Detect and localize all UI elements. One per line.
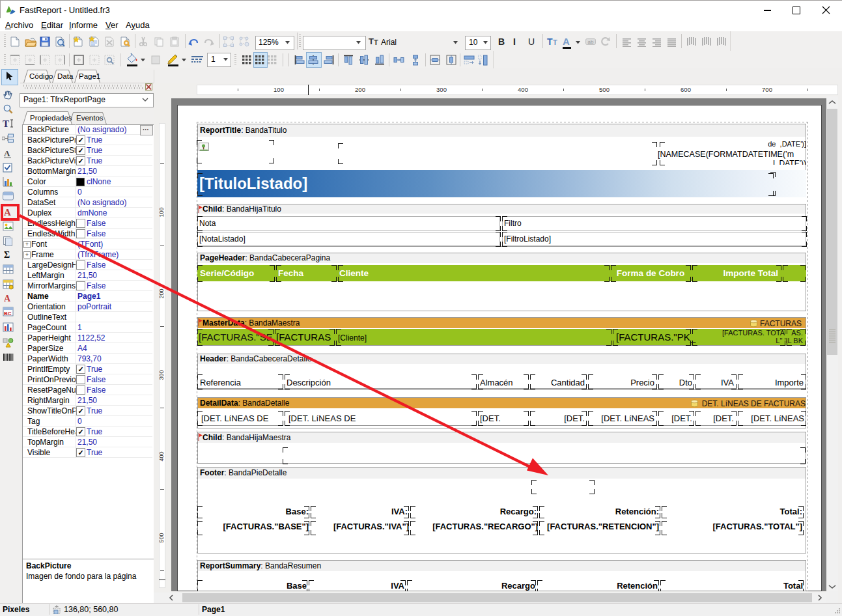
svg-text:ab: ab — [588, 39, 594, 45]
svg-text:BC: BC — [4, 311, 12, 316]
svg-text:A: A — [4, 148, 10, 158]
svg-text:Σ: Σ — [4, 250, 10, 259]
svg-text:A: A — [4, 294, 11, 303]
svg-text:T: T — [3, 119, 9, 129]
